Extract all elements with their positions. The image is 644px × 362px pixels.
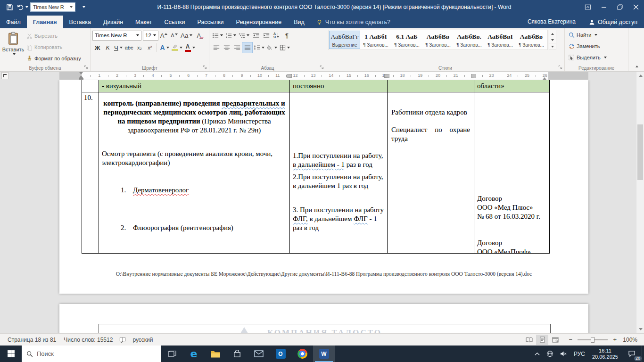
table-column-marker[interactable] xyxy=(471,74,476,78)
undo-dropdown[interactable] xyxy=(25,6,28,8)
align-right-button[interactable] xyxy=(232,42,242,53)
styles-scroll-down-button[interactable] xyxy=(549,36,556,42)
user-account[interactable]: Сякова Екатерина xyxy=(521,15,582,28)
italic-button[interactable]: К xyxy=(103,42,113,53)
maximize-button[interactable] xyxy=(612,0,628,14)
paste-button[interactable]: Вставить xyxy=(2,30,25,64)
store-button[interactable] xyxy=(226,346,248,362)
borders-button[interactable] xyxy=(279,42,291,53)
show-desktop-button[interactable] xyxy=(642,346,644,362)
horizontal-ruler[interactable]: 1234567891011121314151617181920212223242… xyxy=(59,72,588,80)
decrease-indent-button[interactable] xyxy=(251,30,261,41)
shading-button[interactable] xyxy=(266,42,278,53)
increase-indent-button[interactable] xyxy=(261,30,271,41)
table-column-marker[interactable] xyxy=(287,74,292,78)
style-item-heading2[interactable]: 6.1 АаБ ¶ Заголов... xyxy=(392,31,422,49)
read-mode-button[interactable] xyxy=(523,335,535,345)
tab-references[interactable]: Ссылки xyxy=(158,16,191,28)
tab-file[interactable]: Файл xyxy=(0,16,27,28)
file-explorer-button[interactable] xyxy=(205,346,226,362)
text-effects-button[interactable]: А xyxy=(159,42,170,53)
table-cell[interactable] xyxy=(388,80,474,92)
table-cell-control-object[interactable]: контроль (направление) проведения предва… xyxy=(99,92,290,254)
tab-layout[interactable]: Макет xyxy=(129,16,158,28)
clear-formatting-button[interactable]: А xyxy=(194,30,204,41)
find-button[interactable]: Найти xyxy=(567,30,626,40)
tell-me-box[interactable]: Что вы хотите сделать? xyxy=(311,16,396,28)
volume-tray-button[interactable] xyxy=(557,346,570,362)
search-input[interactable] xyxy=(37,350,157,357)
table-cell-responsible[interactable]: Работники отдела кадров Специалист по ох… xyxy=(388,92,474,254)
scrollbar-thumb[interactable] xyxy=(637,124,643,180)
font-dialog-launcher[interactable] xyxy=(202,64,208,70)
paste-dropdown[interactable] xyxy=(13,53,16,55)
outlook-button[interactable]: O xyxy=(270,346,291,362)
tab-review[interactable]: Рецензирование xyxy=(230,16,288,28)
network-tray-button[interactable] xyxy=(543,346,557,362)
document-area[interactable]: - визуальный постоянно области» 10. конт… xyxy=(0,80,636,333)
web-layout-button[interactable] xyxy=(549,335,561,345)
scroll-down-button[interactable] xyxy=(636,325,644,333)
tab-insert[interactable]: Вставка xyxy=(63,16,97,28)
language-indicator[interactable]: русский xyxy=(129,337,157,343)
font-name-combo[interactable]: Times New R xyxy=(92,31,141,41)
scroll-up-button[interactable] xyxy=(636,72,644,80)
first-line-indent-marker[interactable] xyxy=(79,72,83,74)
tab-home[interactable]: Главная xyxy=(27,16,63,28)
strikethrough-button[interactable]: abc xyxy=(124,42,134,53)
subscript-button[interactable]: х₂ xyxy=(134,42,144,53)
font-color-button[interactable]: А xyxy=(184,42,196,53)
qat-font-combo[interactable]: Times New R xyxy=(30,2,75,12)
cut-button[interactable]: Вырезать xyxy=(25,31,83,41)
undo-button[interactable] xyxy=(17,2,28,12)
collapse-ribbon-button[interactable] xyxy=(633,63,641,69)
clipboard-dialog-launcher[interactable] xyxy=(83,64,89,70)
highlight-color-button[interactable] xyxy=(171,42,183,53)
tab-stop-selector[interactable] xyxy=(1,72,8,79)
action-center-button[interactable]: 20 xyxy=(622,346,642,362)
numbering-button[interactable] xyxy=(224,30,237,41)
table-cell[interactable]: области» xyxy=(474,80,550,92)
multilevel-list-button[interactable] xyxy=(238,30,250,41)
vertical-scrollbar[interactable] xyxy=(636,72,644,333)
align-left-button[interactable] xyxy=(211,42,221,53)
next-page-header-table[interactable]: КОМПАНИЯ ТАЛОСТО xyxy=(99,324,551,333)
select-button[interactable]: Выделить xyxy=(567,52,626,63)
ribbon-display-options-button[interactable] xyxy=(580,0,596,14)
table-cell-contracts[interactable]: Договор ООО «Мед Плюс» № 68 от 16.03.202… xyxy=(474,92,550,254)
proofing-status-icon[interactable] xyxy=(116,337,129,343)
table-cell-frequency[interactable]: 1.При поступлении на работу, в дальнейше… xyxy=(290,92,388,254)
start-button[interactable] xyxy=(0,346,22,362)
font-size-combo[interactable]: 12 xyxy=(143,31,158,41)
print-layout-button[interactable] xyxy=(536,335,548,345)
table-cell-row-number[interactable]: 10. xyxy=(82,92,99,254)
document-page-18[interactable]: - визуальный постоянно области» 10. конт… xyxy=(59,80,588,294)
style-item-heading5[interactable]: АаБбВвІ ¶ Заголов... xyxy=(485,31,515,49)
word-count[interactable]: Число слов: 15512 xyxy=(60,337,116,343)
taskbar-search[interactable] xyxy=(22,346,161,362)
zoom-slider[interactable] xyxy=(578,336,608,344)
right-indent-marker[interactable] xyxy=(543,77,546,80)
style-item-heading3[interactable]: АаБбВв ¶ Заголов... xyxy=(423,31,453,49)
left-indent-marker[interactable] xyxy=(79,78,83,80)
language-switcher[interactable]: РУС xyxy=(570,346,588,362)
close-button[interactable] xyxy=(628,0,644,14)
document-page-19[interactable]: КОМПАНИЯ ТАЛОСТО xyxy=(59,304,588,333)
superscript-button[interactable]: х² xyxy=(145,42,155,53)
word-taskbar-button[interactable]: W xyxy=(313,346,335,362)
underline-button[interactable]: Ч xyxy=(113,42,124,53)
replace-button[interactable]: Заменить xyxy=(567,41,626,51)
styles-dialog-launcher[interactable] xyxy=(557,64,563,70)
style-item-heading1[interactable]: 1 АаБбІ ¶ Заголов... xyxy=(361,31,391,49)
paragraph-dialog-launcher[interactable] xyxy=(319,64,325,70)
page-indicator[interactable]: Страница 18 из 81 xyxy=(4,337,60,343)
task-view-button[interactable] xyxy=(161,346,183,362)
line-spacing-button[interactable] xyxy=(253,42,265,53)
table-cell[interactable] xyxy=(82,80,99,92)
zoom-in-button[interactable]: + xyxy=(611,336,619,344)
copy-button[interactable]: Копировать xyxy=(25,42,83,52)
style-item-heading6[interactable]: АаБбВв ¶ Заголов... xyxy=(516,31,546,49)
tab-view[interactable]: Вид xyxy=(288,16,311,28)
tab-mailings[interactable]: Рассылки xyxy=(191,16,230,28)
tab-design[interactable]: Дизайн xyxy=(97,16,129,28)
